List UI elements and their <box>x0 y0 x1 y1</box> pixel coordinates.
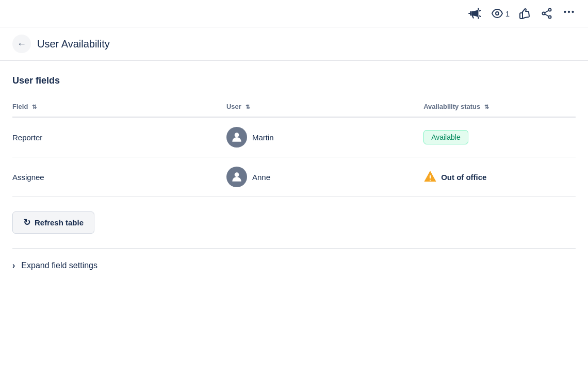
col-header-user[interactable]: User ⇅ <box>226 99 423 117</box>
user-sort-icon: ⇅ <box>246 104 250 110</box>
page-header: ← User Availability <box>0 27 588 61</box>
refresh-icon: ↻ <box>23 217 30 228</box>
user-cell-martin: Martin <box>226 117 423 157</box>
megaphone-icon[interactable] <box>468 7 482 20</box>
svg-rect-0 <box>470 11 471 16</box>
warning-icon <box>423 170 437 184</box>
svg-rect-12 <box>430 175 431 179</box>
share-icon[interactable] <box>541 7 553 20</box>
svg-point-3 <box>549 16 551 19</box>
status-cell-martin: Available <box>423 117 576 157</box>
toolbar: 1 <box>0 0 588 27</box>
user-name-martin: Martin <box>252 133 274 142</box>
more-menu-button[interactable] <box>562 5 576 22</box>
status-sort-icon: ⇅ <box>484 104 489 110</box>
page-title: User Availability <box>37 38 110 50</box>
avatar-martin <box>226 127 247 148</box>
svg-point-7 <box>564 11 566 13</box>
refresh-table-button[interactable]: ↻ Refresh table <box>12 211 94 234</box>
svg-point-4 <box>543 12 545 15</box>
status-badge-available: Available <box>423 130 468 144</box>
table-header-row: Field ⇅ User ⇅ Availability status ⇅ <box>12 99 576 117</box>
svg-point-1 <box>496 12 499 15</box>
expand-label: Expand field settings <box>21 261 97 270</box>
svg-point-8 <box>568 11 570 13</box>
refresh-label: Refresh table <box>35 218 84 227</box>
table-row: Reporter Martin Available <box>12 117 576 157</box>
main-content: User fields Field ⇅ User ⇅ Availability … <box>0 61 588 283</box>
svg-line-6 <box>545 14 549 17</box>
like-icon[interactable] <box>519 7 531 20</box>
refresh-section: ↻ Refresh table <box>12 197 576 249</box>
svg-point-9 <box>571 11 574 13</box>
svg-rect-13 <box>430 179 431 181</box>
svg-point-2 <box>549 9 551 11</box>
back-button[interactable]: ← <box>12 35 31 53</box>
user-fields-table: Field ⇅ User ⇅ Availability status ⇅ Rep… <box>12 99 576 197</box>
views-icon[interactable]: 1 <box>491 7 510 20</box>
field-cell-assignee: Assignee <box>12 157 226 197</box>
field-cell-reporter: Reporter <box>12 117 226 157</box>
expand-field-settings[interactable]: › Expand field settings <box>12 249 576 283</box>
user-name-anne: Anne <box>252 173 270 182</box>
avatar-anne <box>226 167 247 187</box>
views-count: 1 <box>505 9 510 18</box>
section-title: User fields <box>12 75 576 86</box>
col-header-status[interactable]: Availability status ⇅ <box>423 99 576 117</box>
col-header-field[interactable]: Field ⇅ <box>12 99 226 117</box>
svg-line-5 <box>545 11 549 13</box>
expand-chevron-icon: › <box>12 261 15 270</box>
table-row: Assignee Anne <box>12 157 576 197</box>
status-cell-anne: Out of office <box>423 157 576 197</box>
field-sort-icon: ⇅ <box>32 104 37 110</box>
status-label-out-of-office: Out of office <box>441 173 486 182</box>
user-cell-anne: Anne <box>226 157 423 197</box>
svg-point-10 <box>235 133 239 137</box>
svg-point-11 <box>235 172 239 177</box>
